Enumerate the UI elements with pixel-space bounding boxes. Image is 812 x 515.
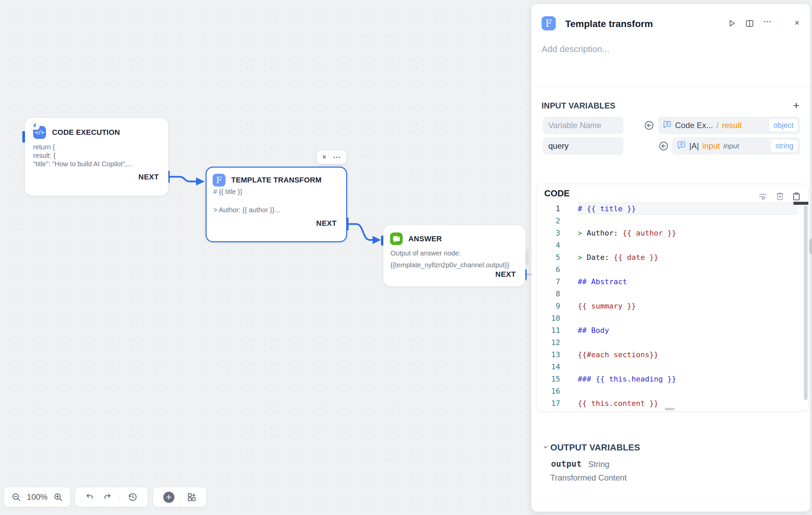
- line-number: 4: [536, 241, 560, 249]
- output-variable-description: Transformed Content: [550, 473, 627, 483]
- hash-bubble-icon: #: [663, 120, 672, 131]
- variable-value-selector[interactable]: # Code Ex... / result object: [658, 117, 800, 134]
- variable-name-input[interactable]: [543, 137, 623, 155]
- code-editor-card: CODE 1# {{ title }}23> Author: {{ author…: [536, 184, 809, 412]
- add-node-icon[interactable]: [163, 492, 174, 503]
- runner-icon: [30, 121, 40, 130]
- code-line-13[interactable]: 13{{#each sections}}: [536, 348, 808, 361]
- code-line-7[interactable]: 7## Abstract: [536, 275, 808, 288]
- line-number: 13: [536, 350, 560, 359]
- code-line-1[interactable]: 1# {{ title }}: [536, 202, 808, 215]
- code-line-14[interactable]: 14: [536, 361, 808, 373]
- code-scrollbar[interactable]: [804, 205, 808, 400]
- code-line-6[interactable]: 6: [536, 263, 808, 275]
- line-number: 2: [536, 217, 560, 225]
- node-floating-toolbar: × ···: [317, 150, 347, 164]
- zoom-level[interactable]: 100%: [27, 492, 47, 502]
- type-badge: string: [771, 140, 797, 152]
- organize-blocks-icon[interactable]: [187, 492, 197, 502]
- line-number: 12: [536, 338, 560, 347]
- answer-chat-icon: [390, 232, 403, 245]
- output-variable-name: output: [551, 459, 581, 469]
- line-number: 6: [536, 265, 560, 274]
- divider: [531, 499, 810, 499]
- history-icon[interactable]: [127, 492, 138, 502]
- code-line-2[interactable]: 2: [536, 215, 808, 227]
- input-variables-heading: INPUT VARIABLES: [542, 101, 616, 111]
- line-number: 16: [536, 387, 560, 395]
- copy-code-icon[interactable]: [792, 192, 801, 202]
- node-body-line: Output of answer node:: [390, 247, 509, 259]
- resize-handle[interactable]: [665, 408, 674, 410]
- collapse-arrow-icon[interactable]: [659, 141, 669, 152]
- line-number: 10: [536, 314, 560, 322]
- path-separator: /: [716, 121, 719, 130]
- line-number: 15: [536, 375, 560, 383]
- template-f-icon: F: [542, 16, 556, 30]
- add-variable-button[interactable]: +: [793, 100, 799, 111]
- split-view-icon[interactable]: [745, 19, 754, 29]
- code-line-15[interactable]: 15### {{ this.heading }}: [536, 373, 808, 385]
- line-number: 8: [536, 290, 560, 298]
- code-line-4[interactable]: 4: [536, 239, 808, 251]
- next-handle-label[interactable]: NEXT: [495, 270, 516, 279]
- node-title: ANSWER: [408, 235, 442, 243]
- close-panel-icon[interactable]: ×: [794, 18, 799, 28]
- code-line-9[interactable]: 9{{ summary }}: [536, 300, 808, 312]
- line-number: 5: [536, 253, 560, 262]
- code-line-12[interactable]: 12: [536, 336, 808, 348]
- zoom-in-icon[interactable]: [53, 492, 63, 502]
- next-handle-label[interactable]: NEXT: [316, 219, 337, 228]
- redo-icon[interactable]: [102, 492, 112, 502]
- divider: [782, 19, 782, 28]
- output-variables-heading[interactable]: OUTPUT VARIABLES: [550, 442, 640, 453]
- node-body-line: # {{ title }}: [213, 188, 280, 196]
- variable-value-selector[interactable]: # |A| input Input string: [672, 137, 800, 155]
- code-line-17[interactable]: 17{{ this.content }}: [536, 397, 808, 409]
- node-title: TEMPLATE TRANSFORM: [231, 176, 321, 185]
- zoom-out-icon[interactable]: [11, 492, 21, 502]
- history-controls: [75, 487, 148, 507]
- more-icon[interactable]: ···: [763, 18, 772, 26]
- node-answer[interactable]: ANSWER Output of answer node: {{template…: [383, 225, 525, 286]
- variable-name-label: result: [722, 121, 742, 130]
- code-line-5[interactable]: 5> Date: {{ date }}: [536, 251, 808, 263]
- undo-icon[interactable]: [85, 492, 95, 502]
- code-line-16[interactable]: 16: [536, 385, 808, 397]
- collapse-arrow-icon[interactable]: [644, 120, 654, 132]
- svg-text:#: #: [666, 121, 668, 126]
- svg-text:#: #: [680, 142, 683, 147]
- line-number: 7: [536, 277, 560, 286]
- node-body-line: "title": "How to build AI Copilot",...: [33, 160, 133, 168]
- divider: [531, 87, 810, 87]
- code-line-3[interactable]: 3> Author: {{ author }}: [536, 227, 808, 239]
- code-line-11[interactable]: 11## Body: [536, 324, 808, 336]
- panel-title[interactable]: Template transform: [565, 19, 653, 29]
- line-number: 14: [536, 363, 560, 371]
- zoom-controls: 100%: [4, 487, 70, 507]
- panel-resize-handle[interactable]: [809, 238, 812, 254]
- node-code-execution[interactable]: </> CODE EXECUTION return { result: { "t…: [25, 118, 168, 196]
- output-variable-type: String: [588, 460, 610, 469]
- chevron-down-icon[interactable]: [543, 444, 548, 451]
- source-node-label: Code Ex...: [675, 121, 713, 130]
- line-number: 17: [536, 399, 560, 408]
- code-line-10[interactable]: 10: [536, 312, 808, 324]
- close-icon[interactable]: ×: [322, 153, 327, 161]
- description-field[interactable]: Add description...: [542, 44, 610, 54]
- code-editor[interactable]: 1# {{ title }}23> Author: {{ author }}45…: [536, 202, 808, 409]
- next-handle-label[interactable]: NEXT: [138, 173, 159, 181]
- more-icon[interactable]: ···: [333, 153, 341, 161]
- node-template-transform[interactable]: F TEMPLATE TRANSFORM # {{ title }} > Aut…: [206, 167, 347, 242]
- divider: [180, 493, 181, 501]
- word-wrap-icon[interactable]: [758, 192, 767, 202]
- run-icon[interactable]: [727, 19, 736, 29]
- code-line-8[interactable]: 8: [536, 288, 808, 300]
- node-scrollbar[interactable]: [526, 249, 529, 265]
- node-title: CODE EXECUTION: [52, 128, 120, 137]
- string-type-icon: |A|: [689, 141, 699, 151]
- line-number: 11: [536, 326, 560, 335]
- variable-name-input[interactable]: [543, 117, 623, 134]
- line-number: 1: [536, 204, 560, 213]
- clear-code-icon[interactable]: [775, 192, 785, 202]
